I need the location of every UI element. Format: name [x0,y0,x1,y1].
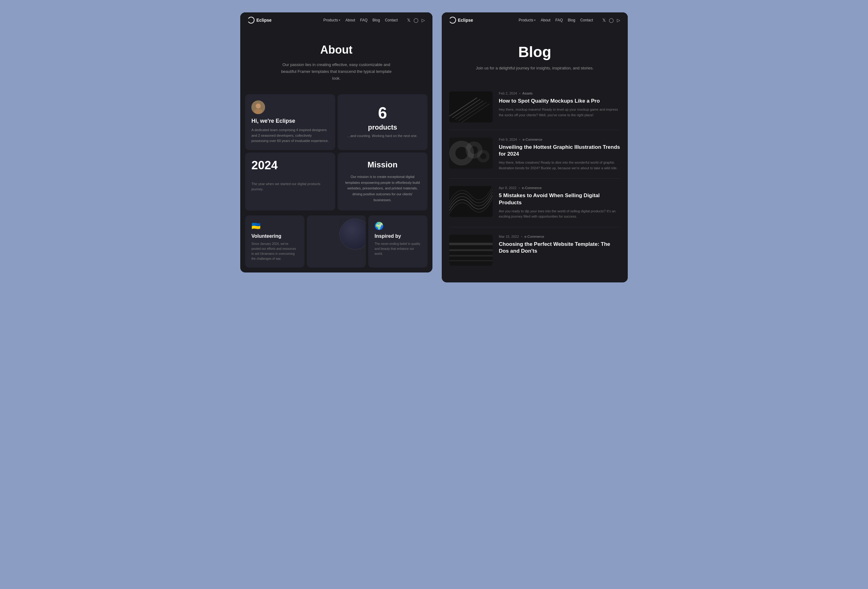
post-1-excerpt: Hey there, mockup mavens! Ready to level… [499,107,620,118]
post-4-category: e-Commerce [524,235,544,238]
post-3-image [449,186,493,217]
twitter-icon-right[interactable]: 𝕏 [602,18,606,23]
post-2-image [449,138,493,169]
post-1-content: Feb 2, 2024 • Assets How to Spot Quality… [499,92,620,123]
blog-title: Blog [449,43,620,61]
right-logo[interactable]: Eclipse [449,17,473,24]
left-nav-links: Products ▾ About FAQ Blog Contact [323,18,398,22]
globe-visual-card [307,216,366,267]
youtube-icon-left[interactable]: ▷ [422,18,425,23]
post-2-content: Feb 9, 2024 • e-Commerce Unveiling the H… [499,138,620,171]
right-social-icons: 𝕏 ◯ ▷ [602,18,620,23]
logo-icon-right [449,17,456,24]
nav-about-left[interactable]: About [345,18,355,22]
post-2-category: e-Commerce [523,138,542,141]
nav-contact-left[interactable]: Contact [385,18,398,22]
about-hero: About Our passion lies in creating effec… [240,28,433,94]
volunteering-card: 🇺🇦 Volunteering Since January 2024, we'v… [245,216,304,267]
products-chevron-right: ▾ [534,19,536,22]
blog-hero: Blog Join us for a delightful journey fo… [442,28,628,84]
post-3-date: Apr 8, 2022 [499,186,517,190]
year-card: 2024 The year when we started our digita… [245,152,335,210]
inspired-desc: The never-ending belief in quality and b… [375,242,421,256]
blog-post-1[interactable]: Feb 2, 2024 • Assets How to Spot Quality… [449,84,620,130]
globe-icon: 🌍 [375,221,421,230]
left-nav: Eclipse Products ▾ About FAQ Blog Contac… [240,12,433,28]
left-social-icons: 𝕏 ◯ ▷ [407,18,425,23]
post-2-date: Feb 9, 2024 [499,138,517,141]
products-count-card: 6 products ...and counting. Working hard… [338,94,428,150]
post-4-image [449,235,493,266]
nav-blog-right[interactable]: Blog [568,18,575,22]
nav-faq-right[interactable]: FAQ [555,18,563,22]
logo-text: Eclipse [256,18,272,23]
products-number: 6 [344,103,421,122]
mission-card: Mission Our mission is to create excepti… [338,152,428,210]
blog-panel: Eclipse Products ▾ About FAQ Blog Contac… [442,12,628,282]
post-1-meta: Feb 2, 2024 • Assets [499,92,620,95]
youtube-icon-right[interactable]: ▷ [617,18,620,23]
post-4-content: Mar 15, 2022 • e-Commerce Choosing the P… [499,235,620,266]
products-label: products [344,123,421,131]
about-title: About [248,43,425,56]
products-chevron: ▾ [339,19,340,22]
post-4-title: Choosing the Perfect Website Template: T… [499,241,620,254]
inspired-card: 🌍 Inspired by The never-ending belief in… [368,216,428,267]
post-4-meta: Mar 15, 2022 • e-Commerce [499,235,620,238]
post-2-excerpt: Hey there, fellow creatives! Ready to di… [499,160,620,171]
post-2-meta: Feb 9, 2024 • e-Commerce [499,138,620,141]
year-number: 2024 [251,159,329,172]
instagram-icon-right[interactable]: ◯ [609,18,614,23]
blog-post-3[interactable]: Apr 8, 2022 • e-Commerce 5 Mistakes to A… [449,178,620,227]
instagram-icon-left[interactable]: ◯ [413,18,418,23]
nav-products-right[interactable]: Products ▾ [519,18,536,22]
svg-point-1 [256,103,261,108]
about-panel: Eclipse Products ▾ About FAQ Blog Contac… [240,12,433,273]
post-3-meta: Apr 8, 2022 • e-Commerce [499,186,620,190]
year-desc: The year when we started our digital pro… [251,182,329,192]
eclipse-card-title: Hi, we're Eclipse [251,118,329,124]
nav-about-right[interactable]: About [541,18,550,22]
post-1-category: Assets [523,92,533,95]
twitter-icon-left[interactable]: 𝕏 [407,18,410,23]
about-cards-grid: Hi, we're Eclipse A dedicated team compr… [240,94,433,215]
post-3-title: 5 Mistakes to Avoid When Selling Digital… [499,192,620,206]
nav-contact-right[interactable]: Contact [580,18,593,22]
blog-post-4[interactable]: Mar 15, 2022 • e-Commerce Choosing the P… [449,227,620,273]
post-1-image [449,92,493,123]
blog-posts-list: Feb 2, 2024 • Assets How to Spot Quality… [442,84,628,282]
eclipse-card-desc: A dedicated team comprising 4 inspired d… [251,127,329,144]
logo-icon [248,17,254,24]
blog-subtitle: Join us for a delightful journey for ins… [449,65,620,72]
post-1-visual [449,92,493,123]
nav-products-left[interactable]: Products ▾ [323,18,340,22]
inspired-title: Inspired by [375,233,421,239]
volunteering-title: Volunteering [251,233,298,239]
bottom-cards-grid: 🇺🇦 Volunteering Since January 2024, we'v… [240,216,433,273]
avatar [251,100,265,114]
nav-faq-left[interactable]: FAQ [360,18,368,22]
logo-text-right: Eclipse [458,18,473,23]
post-3-excerpt: Are you ready to dip your toes into the … [499,209,620,220]
post-1-date: Feb 2, 2024 [499,92,517,95]
mission-title: Mission [345,160,420,170]
nav-blog-left[interactable]: Blog [373,18,380,22]
products-sub: ...and counting. Working hard on the nex… [344,134,421,138]
post-2-title: Unveiling the Hottest Graphic Illustrati… [499,144,620,158]
about-subtitle: Our passion lies in creating effective, … [278,61,395,82]
right-nav: Eclipse Products ▾ About FAQ Blog Contac… [442,12,628,28]
eclipse-card: Hi, we're Eclipse A dedicated team compr… [245,94,335,150]
right-nav-links: Products ▾ About FAQ Blog Contact [519,18,593,22]
post-4-date: Mar 15, 2022 [499,235,519,238]
blog-post-2[interactable]: Feb 9, 2024 • e-Commerce Unveiling the H… [449,130,620,178]
left-logo[interactable]: Eclipse [248,17,272,24]
svg-rect-3 [449,92,493,123]
post-1-title: How to Spot Quality Mockups Like a Pro [499,97,620,105]
ukraine-flag-icon: 🇺🇦 [251,221,298,230]
globe-decoration [340,218,366,249]
post-3-content: Apr 8, 2022 • e-Commerce 5 Mistakes to A… [499,186,620,219]
mission-desc: Our mission is to create exceptional dig… [345,174,420,203]
post-3-category: e-Commerce [522,186,542,190]
volunteering-desc: Since January 2024, we've pooled our eff… [251,242,298,261]
